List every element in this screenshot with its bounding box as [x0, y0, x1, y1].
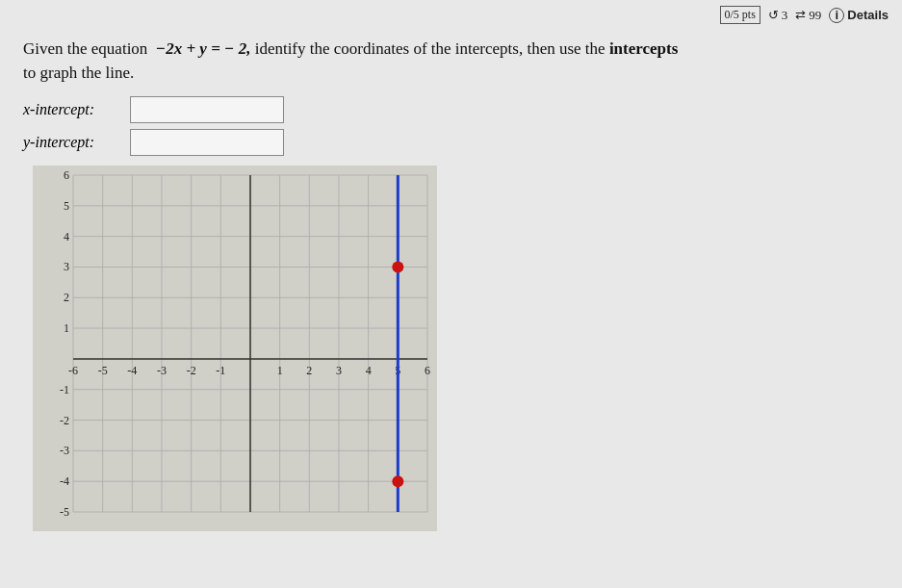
inputs-area: x-intercept: y-intercept:	[23, 96, 879, 156]
info-icon: i	[829, 8, 844, 23]
redo-info: ↺ 3	[768, 8, 788, 23]
problem-area: Given the equation −2x + y = − 2, identi…	[0, 28, 902, 531]
attempts-info: ⇄ 99	[795, 8, 821, 23]
x-intercept-input[interactable]	[130, 96, 284, 123]
y-intercept-label: y-intercept:	[23, 134, 124, 151]
pts-info: 0/5 pts	[720, 6, 760, 24]
details-label[interactable]: Details	[847, 8, 889, 22]
graph-area	[33, 166, 879, 531]
main-content: 0/5 pts ↺ 3 ⇄ 99 i Details Given the equ…	[0, 0, 902, 588]
pts-badge: 0/5 pts	[720, 6, 760, 24]
sync-icon: ⇄	[795, 8, 806, 23]
problem-text: Given the equation −2x + y = − 2, identi…	[23, 38, 879, 85]
equation: −2x + y = − 2,	[152, 39, 255, 58]
y-intercept-input[interactable]	[130, 129, 284, 156]
attempts-count: 99	[809, 8, 821, 23]
given-text: Given the equation	[23, 39, 147, 58]
x-intercept-label: x-intercept:	[23, 101, 124, 118]
redo-count: 3	[782, 8, 788, 23]
details-info[interactable]: i Details	[829, 8, 889, 23]
rest-text: identify the coordinates of the intercep…	[255, 39, 679, 58]
top-bar: 0/5 pts ↺ 3 ⇄ 99 i Details	[0, 0, 902, 28]
x-intercept-row: x-intercept:	[23, 96, 879, 123]
y-intercept-row: y-intercept:	[23, 129, 879, 156]
rest-text2: to graph the line.	[23, 64, 134, 82]
coordinate-graph[interactable]	[33, 166, 437, 531]
redo-icon: ↺	[768, 8, 779, 23]
